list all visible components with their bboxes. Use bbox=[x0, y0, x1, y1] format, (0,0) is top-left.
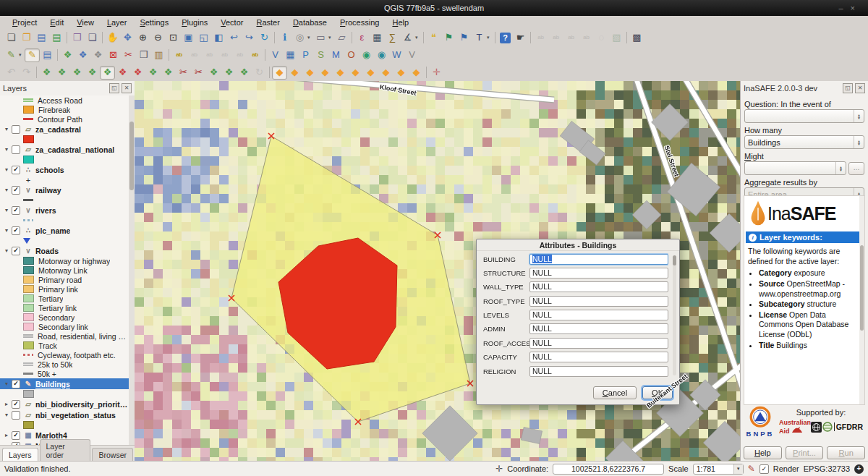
legend-25k-to-50k[interactable]: 25k to 50k bbox=[0, 360, 129, 369]
field-input-roof_type[interactable]: NULL bbox=[529, 296, 668, 307]
legend-secondary-link[interactable]: Secondary link bbox=[0, 322, 129, 331]
toggle-editing-icon[interactable]: ✎ bbox=[25, 48, 40, 62]
field-input-wall_type[interactable]: NULL bbox=[529, 281, 668, 292]
snapping-crosshair-icon[interactable]: ✛ bbox=[429, 65, 444, 80]
legend-cycleway-footpath-etc[interactable]: Cycleway, footpath etc. bbox=[0, 350, 129, 360]
refresh-icon[interactable]: ↻ bbox=[257, 30, 272, 45]
move-feature-icon[interactable]: ❖ bbox=[75, 48, 90, 62]
spin-arrows-icon[interactable]: ▲▼ bbox=[854, 136, 864, 148]
field-input-levels[interactable]: NULL bbox=[529, 310, 668, 320]
legend-swatch[interactable] bbox=[0, 195, 129, 205]
split-parts-icon[interactable]: ✂ bbox=[191, 65, 206, 80]
legend-primary-road[interactable]: Primary road bbox=[0, 275, 129, 284]
diagram-options-icon[interactable]: ▧ bbox=[609, 30, 624, 45]
add-vector-layer-icon[interactable]: V bbox=[268, 48, 283, 62]
spin-arrows-icon[interactable]: ▲▼ bbox=[854, 110, 864, 122]
coordinate-capture-icon[interactable]: ✛ bbox=[495, 464, 503, 474]
legend-swatch[interactable] bbox=[0, 216, 129, 225]
check-geometry-icon[interactable]: ↻ bbox=[252, 65, 267, 80]
expander-open-icon[interactable]: ▾ bbox=[3, 126, 10, 132]
dropdown-caret-icon[interactable]: ▾ bbox=[415, 35, 421, 41]
add-feature-icon[interactable]: ❖ bbox=[60, 48, 75, 62]
merge-attributes-icon[interactable]: ❖ bbox=[221, 65, 237, 80]
field-input-structure[interactable]: NULL bbox=[529, 268, 668, 279]
legend-swatch[interactable] bbox=[0, 236, 129, 245]
legend-tertiary-link[interactable]: Tertiary link bbox=[0, 303, 129, 313]
inasafe-batch-runner-icon[interactable]: ◆ bbox=[363, 65, 378, 80]
legend-track[interactable]: Track bbox=[0, 341, 129, 350]
expander-open-icon[interactable]: ▾ bbox=[3, 146, 10, 153]
field-input-capacity[interactable]: NULL bbox=[529, 352, 668, 362]
delete-part-icon[interactable]: ❖ bbox=[130, 65, 145, 80]
expander-open-icon[interactable]: ▾ bbox=[3, 207, 10, 213]
inasafe-keywords-editor-icon[interactable]: ◆ bbox=[287, 65, 302, 80]
highlight-pinned-labels-icon[interactable]: ◌ bbox=[594, 30, 609, 45]
legend-swatch[interactable] bbox=[0, 155, 129, 164]
render-suspend-icon[interactable]: ✎ bbox=[748, 464, 755, 474]
layer-nbi-vegetation-status[interactable]: ▾▱nbi_vegetation_status bbox=[0, 409, 129, 420]
menu-help[interactable]: Help bbox=[386, 18, 415, 27]
tab-browser[interactable]: Browser bbox=[92, 448, 133, 462]
layer-checkbox[interactable] bbox=[12, 411, 20, 420]
field-input-building[interactable]: NULL bbox=[529, 254, 668, 265]
show-bookmarks-icon[interactable]: ⚑ bbox=[456, 30, 472, 45]
legend-road-residential-living-street[interactable]: Road, residential, living street, ... bbox=[0, 331, 129, 341]
tab-layers[interactable]: Layers bbox=[2, 448, 38, 462]
add-wms-layer-icon[interactable]: ◉ bbox=[359, 48, 374, 62]
zoom-last-icon[interactable]: ↩ bbox=[226, 30, 242, 45]
layer-nbi-biodiversity-priority-are[interactable]: ▸✓▱nbi_biodiversity_priority_are... bbox=[0, 399, 129, 409]
menu-view[interactable]: View bbox=[70, 18, 101, 27]
inasafe-shakemap-import-icon[interactable]: ◆ bbox=[393, 65, 409, 80]
expander-open-icon[interactable]: ▾ bbox=[3, 381, 10, 387]
field-input-roof_acces[interactable]: NULL bbox=[529, 338, 668, 349]
composer-manager-icon[interactable]: ❏ bbox=[85, 30, 100, 45]
inasafe-minimum-needs-icon[interactable]: ◆ bbox=[333, 65, 348, 80]
legend-50k[interactable]: 50k + bbox=[0, 369, 129, 378]
menu-database[interactable]: Database bbox=[286, 18, 333, 27]
inasafe-keywords-wizard-icon[interactable]: ◆ bbox=[302, 65, 318, 80]
expander-open-icon[interactable]: ▾ bbox=[3, 166, 10, 173]
run-feature-action-icon[interactable]: ◎ bbox=[292, 30, 307, 45]
legend-swatch[interactable] bbox=[0, 420, 129, 430]
save-project-icon[interactable]: ▤ bbox=[34, 30, 49, 45]
add-ring-icon[interactable]: ❖ bbox=[69, 65, 85, 80]
inasafe-options-icon[interactable]: ◆ bbox=[348, 65, 363, 80]
panel-close-icon[interactable]: ✕ bbox=[855, 83, 865, 93]
layer-buildings[interactable]: ▾✓✎Buildings bbox=[0, 378, 129, 389]
layer-checkbox[interactable] bbox=[12, 125, 20, 134]
help-button[interactable]: Help bbox=[744, 446, 782, 459]
minimize-button[interactable]: – bbox=[838, 4, 850, 12]
help-contents-icon[interactable]: ? bbox=[500, 33, 511, 43]
menu-edit[interactable]: Edit bbox=[43, 18, 70, 27]
delete-ring-icon[interactable]: ❖ bbox=[115, 65, 130, 80]
legend-motorway-or-highway[interactable]: Motorway or highway bbox=[0, 256, 129, 265]
print-button[interactable]: Print... bbox=[786, 446, 824, 459]
undo-icon[interactable]: ↶ bbox=[4, 65, 19, 80]
save-project-as-icon[interactable]: ▤ bbox=[49, 30, 64, 45]
layer-za-cadastral-national[interactable]: ▾▱za_cadastral_national bbox=[0, 144, 129, 155]
merge-features-icon[interactable]: ❖ bbox=[206, 65, 221, 80]
panel-float-icon[interactable]: ◱ bbox=[109, 83, 119, 93]
run-button[interactable]: Run bbox=[827, 446, 865, 459]
add-postgis-layer-icon[interactable]: P bbox=[298, 48, 313, 62]
add-part-icon[interactable]: ❖ bbox=[85, 65, 100, 80]
legend-access-road[interactable]: Access Road bbox=[0, 95, 129, 105]
legend-swatch[interactable] bbox=[0, 135, 129, 144]
impact-function-options-button[interactable]: ... bbox=[848, 162, 864, 175]
menu-raster[interactable]: Raster bbox=[250, 18, 286, 27]
show-hide-labels-tool-icon[interactable]: ab bbox=[202, 48, 217, 62]
add-wcs-layer-icon[interactable]: ◉ bbox=[374, 48, 389, 62]
legend-tertiary[interactable]: Tertiary bbox=[0, 294, 129, 303]
select-by-expression-icon[interactable]: ε bbox=[354, 30, 370, 45]
node-tool-icon[interactable]: ❖ bbox=[90, 48, 106, 62]
panel-close-icon[interactable]: ✕ bbox=[122, 83, 132, 93]
spin-arrows-icon[interactable]: ▲▼ bbox=[835, 162, 846, 174]
new-shapefile-layer-icon[interactable]: V bbox=[404, 48, 420, 62]
layers-scrollbar[interactable] bbox=[129, 95, 135, 446]
dropdown-caret-icon[interactable]: ▾ bbox=[487, 35, 493, 41]
add-mssql-layer-icon[interactable]: M bbox=[328, 48, 344, 62]
rotate-point-symbols-icon[interactable]: ❖ bbox=[237, 65, 252, 80]
field-input-admin[interactable]: NULL bbox=[529, 323, 668, 334]
paste-features-icon[interactable]: ▥ bbox=[151, 48, 166, 62]
label-properties-icon[interactable]: ab bbox=[171, 48, 187, 62]
